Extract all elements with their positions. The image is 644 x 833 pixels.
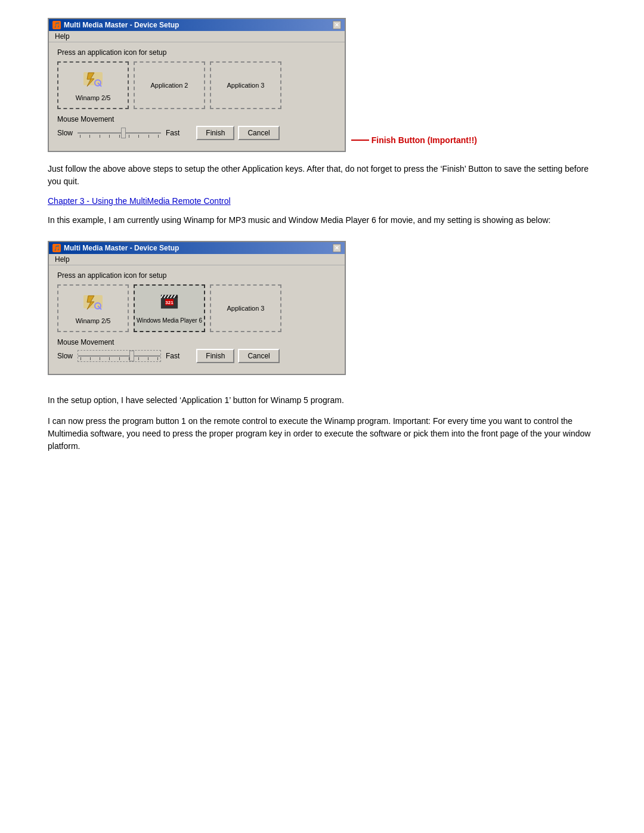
dialog1-app2-button[interactable]: Application 2 [134,61,205,109]
dialog1-wrapper: 🎵 Multi Media Master - Device Setup ✕ He… [48,18,346,152]
dialog2-instruction: Press an application icon for setup [57,271,336,280]
tick [157,357,158,360]
dialog1: 🎵 Multi Media Master - Device Setup ✕ He… [48,18,346,152]
dialog1-app-buttons: Winamp 2/5 Application 2 Application 3 [57,61,336,109]
dialog2-app3-button[interactable]: Application 3 [210,284,281,332]
dialog2-app3-label: Application 3 [227,305,265,312]
tick [129,135,129,138]
tick [80,135,80,138]
dialog2-app-buttons: Winamp 2/5 [57,284,336,332]
dialog2-title: Multi Media Master - Device Setup [64,244,179,252]
tick [80,357,81,360]
dialog1-app2-label: Application 2 [151,82,188,89]
dialog2-cancel-button[interactable]: Cancel [238,349,279,363]
annotation-text: Finish Button (Important!!) [371,135,477,145]
tick [158,135,159,138]
finish-annotation: Finish Button (Important!!) [351,135,477,145]
dialog1-app3-label: Application 3 [227,82,265,89]
dialog1-app1-label: Winamp 2/5 [76,94,111,101]
tick [148,135,149,138]
slider-line1 [78,132,161,134]
dialog1-instruction: Press an application icon for setup [57,48,336,57]
slow-label2: Slow [57,352,73,360]
tick [100,357,100,360]
wmp-icon: 321 [159,293,180,315]
slider1[interactable] [78,127,161,139]
dialog2-footer: Finish Cancel [196,349,279,363]
tick [138,135,139,138]
dialog2-app1-button[interactable]: Winamp 2/5 [57,284,129,332]
mouse-movement-section2: Mouse Movement Slow [57,338,336,363]
paragraph2: In this example, I am currently using Wi… [48,214,596,227]
slider-ticks1 [80,135,159,138]
dialog1-footer: Finish Cancel [196,126,279,140]
slider-row1: Slow [57,126,336,140]
winamp-icon [82,70,104,92]
dialog2-menubar: Help [49,254,345,265]
winamp-icon2 [82,293,104,315]
dialog2-help-menu[interactable]: Help [52,254,72,265]
dialog1-cancel-button[interactable]: Cancel [238,126,279,140]
dialog1-titlebar: 🎵 Multi Media Master - Device Setup ✕ [49,19,345,31]
dialog1-body: Press an application icon for setup Wina… [49,42,345,151]
mouse-movement-section1: Mouse Movement Slow [57,115,336,140]
slider-ticks2 [80,357,158,360]
dialog2: 🎵 Multi Media Master - Device Setup ✕ He… [48,241,346,375]
tick [90,357,91,360]
dialog1-menubar: Help [49,31,345,42]
fast-label1: Fast [166,129,179,137]
dialog1-app1-button[interactable]: Winamp 2/5 [57,61,129,109]
svg-text:321: 321 [165,300,174,305]
dialog2-icon: 🎵 [52,244,61,252]
tick [109,135,110,138]
dialog2-body: Press an application icon for setup Wina… [49,265,345,374]
dialog1-icon: 🎵 [52,21,61,29]
annotation-line [351,140,369,141]
dialog2-wrapper: 🎵 Multi Media Master - Device Setup ✕ He… [48,241,346,375]
dialog2-app2-label: Windows Media Player 6 [137,317,202,324]
dialog2-app1-label: Winamp 2/5 [76,317,111,324]
slider2[interactable] [78,350,161,362]
slider-row2: Slow [57,349,336,363]
tick [100,135,100,138]
paragraph4: I can now press the program button 1 on … [48,415,596,453]
slider-thumb2[interactable] [129,351,134,361]
dialog2-titlebar: 🎵 Multi Media Master - Device Setup ✕ [49,242,345,254]
tick [119,357,120,360]
dialog2-close-button[interactable]: ✕ [333,244,341,252]
dialog2-finish-button[interactable]: Finish [196,349,234,363]
slow-label1: Slow [57,129,73,137]
mouse-movement-label2: Mouse Movement [57,338,336,346]
dialog1-title: Multi Media Master - Device Setup [64,21,179,29]
tick [119,135,120,138]
dialog1-app3-button[interactable]: Application 3 [210,61,281,109]
dialog1-close-button[interactable]: ✕ [333,21,341,29]
tick [109,357,110,360]
paragraph3: In the setup option, I have selected ‘Ap… [48,394,596,407]
tick [89,135,90,138]
mouse-movement-label1: Mouse Movement [57,115,336,123]
slider-thumb1[interactable] [121,128,126,138]
dialog2-app2-button[interactable]: 321 Windows Media Player 6 [134,284,205,332]
chapter3-link[interactable]: Chapter 3 - Using the MultiMedia Remote … [48,196,231,206]
tick [148,357,148,360]
slider-line2 [78,355,160,357]
dialog1-help-menu[interactable]: Help [52,31,72,42]
tick [138,357,139,360]
fast-label2: Fast [166,352,179,360]
dialog1-finish-button[interactable]: Finish [196,126,234,140]
paragraph1: Just follow the above above steps to set… [48,163,596,188]
